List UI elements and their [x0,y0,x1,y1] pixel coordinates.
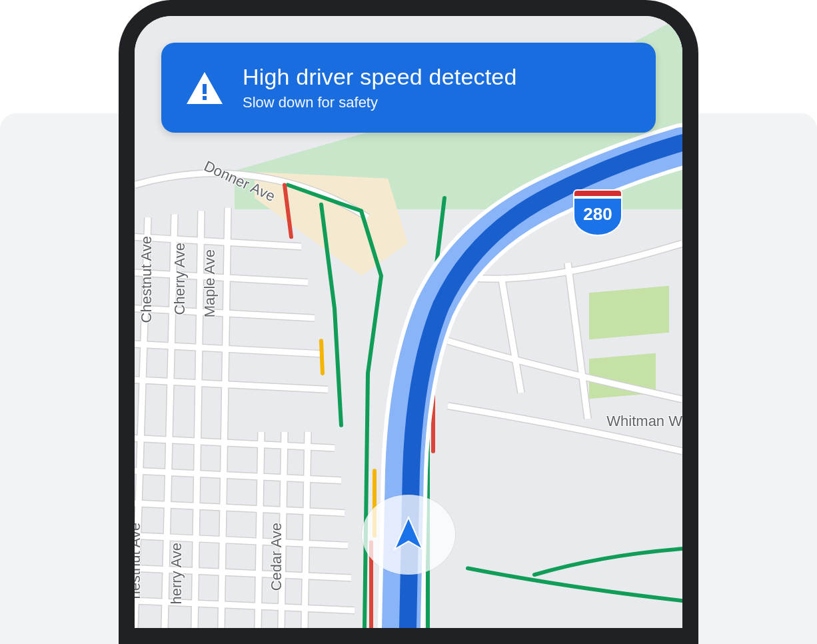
svg-line-0 [135,237,301,247]
svg-line-1 [135,273,308,283]
svg-line-27 [135,503,345,513]
traffic-layer [285,185,682,628]
svg-line-5 [135,438,335,448]
svg-line-35 [258,432,261,628]
svg-line-6 [135,471,341,481]
svg-line-2 [135,309,315,319]
svg-line-19 [568,263,588,419]
building-shape [589,286,669,339]
svg-line-13 [195,211,201,628]
svg-line-15 [258,432,261,628]
svg-line-20 [135,237,301,247]
svg-line-18 [501,276,521,393]
street-label-chestnut: Chestnut Ave [138,236,155,323]
svg-line-28 [135,536,348,546]
svg-rect-47 [203,96,207,100]
svg-line-25 [135,438,335,448]
svg-line-23 [135,344,321,354]
highway-number: 280 [573,197,622,236]
svg-line-33 [195,211,201,628]
svg-line-24 [135,380,328,390]
svg-line-8 [135,536,348,546]
svg-line-39 [568,263,588,419]
street-label-cherry: Cherry Ave [171,243,189,315]
svg-line-14 [221,207,228,628]
alert-text-container: High driver speed detected Slow down for… [243,64,517,111]
street-label-cherry2: herry Ave [168,543,185,605]
street-label-cedar: Cedar Ave [268,523,285,591]
warning-triangle-icon [185,71,224,105]
svg-rect-46 [203,84,207,94]
current-location-marker[interactable] [362,495,455,575]
alert-title: High driver speed detected [243,64,517,90]
building-shape [589,353,656,399]
svg-line-9 [135,568,351,578]
street-label-maple: Maple Ave [201,249,219,317]
svg-line-3 [135,344,321,354]
svg-line-38 [501,276,521,393]
phone-screen: Donner Ave Chestnut Ave Cherry Ave Maple… [135,16,682,628]
svg-line-34 [221,207,228,628]
svg-line-7 [135,503,345,513]
svg-line-4 [135,380,328,390]
alert-subtitle: Slow down for safety [243,94,517,111]
street-label-chestnut2: hestnut Ave [135,523,144,599]
svg-line-26 [135,471,341,481]
street-label-whitman: Whitman W [606,413,682,430]
svg-line-22 [135,309,315,319]
svg-line-21 [135,273,308,283]
svg-line-29 [135,568,351,578]
highway-shield: 280 [573,189,622,236]
speed-alert-banner[interactable]: High driver speed detected Slow down for… [161,43,656,133]
svg-line-37 [305,432,308,628]
svg-line-17 [305,432,308,628]
navigation-arrow-icon [392,516,425,553]
svg-line-43 [321,341,323,373]
phone-device-frame: Donner Ave Chestnut Ave Cherry Ave Maple… [119,0,698,644]
